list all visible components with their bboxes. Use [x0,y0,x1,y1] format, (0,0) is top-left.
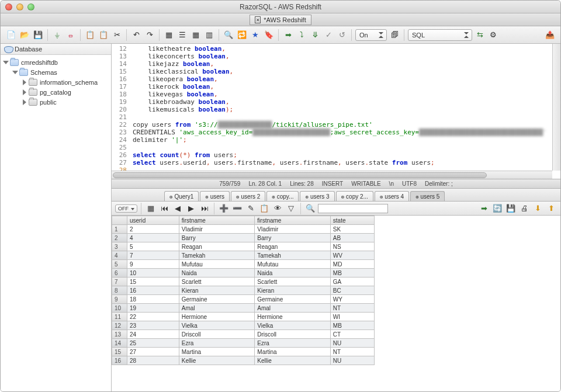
cell[interactable]: Kellie [179,356,255,365]
cell[interactable]: 5 [127,242,179,251]
tree-schema-node[interactable]: information_schema [1,77,111,87]
cell[interactable]: Germaine [179,295,255,304]
cell[interactable]: MD [330,260,374,269]
tree-schema-node[interactable]: pg_catalog [1,87,111,97]
tree-schemas-node[interactable]: Schemas [1,67,111,77]
table-button[interactable]: ▦ [190,29,202,41]
row-header[interactable]: 14 [112,339,127,348]
cell[interactable]: Hermione [255,313,331,321]
cell[interactable]: Ezra [255,339,331,348]
res-add-button[interactable]: ➕ [218,203,230,214]
close-icon[interactable]: ⊗ [415,194,418,200]
open-file-button[interactable]: 📂 [19,29,30,41]
close-icon[interactable]: ✕ [255,16,261,23]
result-grid[interactable]: useridfirstnamefirstnamestate12VladimirV… [112,216,375,365]
bookmark-button[interactable]: 🔖 [263,29,275,41]
cell[interactable]: MB [330,321,374,330]
disclosure-icon[interactable] [12,70,18,75]
row-header[interactable]: 7 [112,277,127,286]
cell[interactable]: NU [330,356,374,365]
cell[interactable]: 16 [127,286,179,295]
cell[interactable]: Tamekah [255,251,331,260]
cell[interactable]: CT [330,330,374,339]
row-header[interactable]: 8 [112,286,127,295]
cut-button[interactable]: ✂ [111,29,123,41]
cell[interactable]: NT [330,304,374,313]
copy-button[interactable]: 📋 [84,29,96,41]
cell[interactable]: Martina [179,348,255,356]
cell[interactable]: Amal [255,304,331,313]
res-prev-button[interactable]: ◀ [172,203,183,214]
row-header[interactable]: 12 [112,321,127,330]
execute-script-button[interactable]: ⤋ [309,29,321,41]
document-tab[interactable]: ✕ *AWS Redshift [250,15,311,25]
cell[interactable]: 22 [127,313,179,321]
cell[interactable]: Reagan [255,242,331,251]
disclosure-icon[interactable] [3,60,9,65]
cell[interactable]: Naida [255,269,331,277]
cell[interactable]: SK [330,225,374,234]
autocommit-dropdown[interactable]: On [355,29,387,41]
row-header[interactable]: 1 [112,225,127,234]
tree-db-node[interactable]: cmredshiftdb [1,57,111,67]
cell[interactable]: Reagan [179,242,255,251]
cell[interactable]: WI [330,313,374,321]
replace-button[interactable]: 🔁 [236,29,248,41]
cell[interactable]: Vladimir [179,225,255,234]
editor-code[interactable]: liketheatre boolean, likeconcerts boolea… [130,44,560,179]
res-up-button[interactable]: ⬆ [545,203,557,214]
cell[interactable]: Kieran [255,286,331,295]
cell[interactable]: Mufutau [179,260,255,269]
res-refresh-button[interactable]: 🔄 [491,203,503,214]
res-next-button[interactable]: ▶ [185,203,197,214]
res-save-button[interactable]: 💾 [505,203,517,214]
res-last-button[interactable]: ⏭ [199,203,210,214]
execute-all-button[interactable]: ⤵ [296,29,307,41]
cell[interactable]: NU [330,339,374,348]
disconnect-button[interactable]: ⏛ [65,29,77,41]
row-header[interactable]: 16 [112,356,127,365]
tree-schema-node[interactable]: public [1,97,111,107]
res-copy-row-button[interactable]: 📋 [258,203,270,214]
cell[interactable]: Kieran [179,286,255,295]
cell[interactable]: Vielka [179,321,255,330]
cell[interactable]: Mufutau [255,260,331,269]
cell[interactable]: Kellie [255,356,331,365]
disclosure-icon[interactable] [22,99,27,105]
cell[interactable]: Vielka [255,321,331,330]
close-icon[interactable]: ⊗ [169,194,172,200]
connect-button[interactable]: ⏚ [51,29,63,41]
close-icon[interactable]: ⊗ [205,194,208,200]
sql-editor[interactable]: 1213141516171819202122232425262728 liket… [112,44,560,179]
cell[interactable]: Scarlett [179,277,255,286]
save-button[interactable]: 💾 [32,29,44,41]
row-header[interactable]: 11 [112,313,127,321]
close-icon[interactable]: ⊗ [341,194,344,200]
disclosure-icon[interactable] [22,79,27,85]
commit-button[interactable]: ✓ [323,29,334,41]
cell[interactable]: Naida [179,269,255,277]
row-header[interactable]: 4 [112,251,127,260]
result-tab[interactable]: ⊗users [200,191,230,201]
cell[interactable]: Scarlett [255,277,331,286]
result-tab[interactable]: ⊗users 4 [375,191,409,201]
row-header[interactable]: 6 [112,269,127,277]
cell[interactable]: 15 [127,277,179,286]
cell[interactable]: WV [330,251,374,260]
execute-button[interactable]: ➡ [282,29,294,41]
cell[interactable]: Germaine [255,295,331,304]
column-button[interactable]: ▦ [163,29,175,41]
options-button[interactable]: ⚙ [487,29,499,41]
res-export-button[interactable]: ➡ [478,203,490,214]
cell[interactable]: 25 [127,339,179,348]
cell[interactable]: 18 [127,295,179,304]
cell[interactable]: 4 [127,234,179,242]
res-search-button[interactable]: 🔍 [304,203,316,214]
rollback-button[interactable]: ↺ [336,29,348,41]
cell[interactable]: NS [330,242,374,251]
cell[interactable]: 19 [127,304,179,313]
result-tab[interactable]: ⊗users 5 [410,191,445,201]
result-tab[interactable]: ⊗users 2 [231,191,265,201]
close-icon[interactable]: ⊗ [305,194,308,200]
row-header[interactable]: 15 [112,348,127,356]
